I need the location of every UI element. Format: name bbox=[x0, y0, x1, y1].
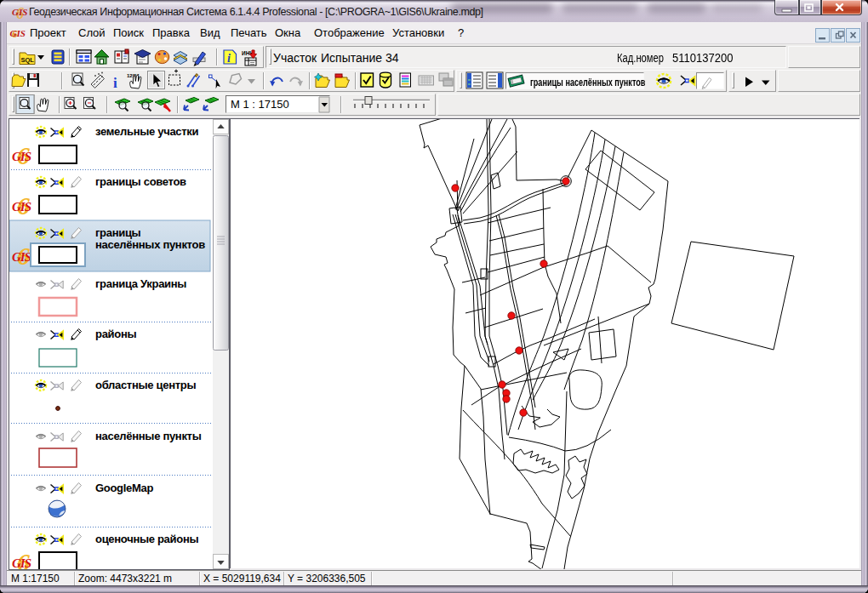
svg-text:i: i bbox=[227, 52, 231, 65]
svg-text:i: i bbox=[113, 75, 117, 91]
svg-text:SQL: SQL bbox=[21, 56, 35, 64]
svg-text:GIS: GIS bbox=[10, 28, 26, 38]
svg-text:GIS: GIS bbox=[12, 7, 27, 17]
